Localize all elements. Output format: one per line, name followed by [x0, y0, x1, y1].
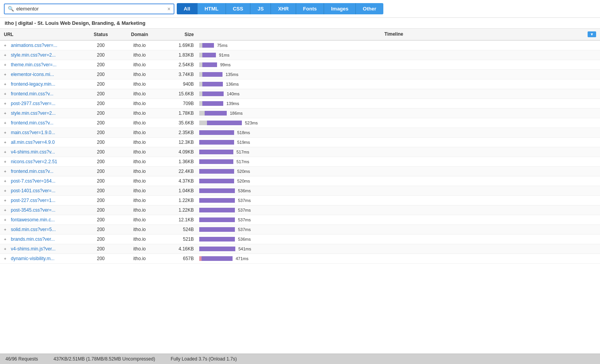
expand-row-btn[interactable]: + — [4, 43, 9, 48]
table-row[interactable]: + fontawesome.min.c... 200itho.io12.1KB … — [0, 215, 600, 225]
url-text[interactable]: post-1401.css?ver=... — [11, 188, 55, 193]
table-row[interactable]: + v4-shims.min.css?v... 200itho.io4.09KB… — [0, 147, 600, 157]
table-row[interactable]: + theme.min.css?ver=... 200itho.io2.54KB… — [0, 60, 600, 70]
tab-other[interactable]: Other — [356, 3, 383, 14]
table-row[interactable]: + post-227.css?ver=1... 200itho.io1.22KB… — [0, 196, 600, 205]
table-row[interactable]: + main.css?ver=1.9.0... 200itho.io2.35KB… — [0, 128, 600, 138]
url-text[interactable]: post-227.css?ver=1... — [11, 198, 55, 203]
expand-row-btn[interactable]: + — [4, 121, 9, 125]
expand-row-btn[interactable]: + — [4, 130, 9, 135]
expand-row-btn[interactable]: + — [4, 82, 9, 86]
clear-search-button[interactable]: × — [167, 6, 171, 12]
url-text[interactable]: post-7.css?ver=164... — [11, 178, 55, 184]
expand-row-btn[interactable]: + — [4, 256, 9, 261]
size-cell: 4.09KB — [163, 147, 198, 157]
expand-row-btn[interactable]: + — [4, 159, 9, 164]
table-row[interactable]: + frontend.min.css?v... 200itho.io35.6KB… — [0, 118, 600, 128]
expand-row-btn[interactable]: + — [4, 208, 9, 212]
url-text[interactable]: frontend.min.css?v... — [11, 120, 53, 126]
table-row[interactable]: + nicons.css?ver=2.2.51 200itho.io1.36KB… — [0, 157, 600, 167]
status-cell: 200 — [85, 70, 116, 79]
domain-cell: itho.io — [116, 167, 163, 176]
table-row[interactable]: + style.min.css?ver=2... 200itho.io1.83K… — [0, 50, 600, 60]
domain-cell: itho.io — [116, 70, 163, 79]
status-cell: 200 — [85, 167, 116, 176]
time-label: 517ms — [236, 150, 249, 154]
tab-html[interactable]: HTML — [198, 3, 226, 14]
url-text[interactable]: all.min.css?ver=4.9.0 — [11, 140, 55, 145]
tab-css[interactable]: CSS — [226, 3, 251, 14]
expand-row-btn[interactable]: + — [4, 179, 9, 183]
url-text[interactable]: animations.css?ver=... — [11, 43, 57, 48]
expand-row-btn[interactable]: + — [4, 188, 9, 193]
table-row[interactable]: + post-7.css?ver=164... 200itho.io4.37KB… — [0, 176, 600, 186]
url-text[interactable]: style.min.css?ver=2... — [11, 52, 56, 58]
tab-js[interactable]: JS — [250, 3, 271, 14]
table-row[interactable]: + all.min.css?ver=4.9.0 200itho.io12.3KB… — [0, 138, 600, 147]
tab-xhr[interactable]: XHR — [271, 3, 296, 14]
url-cell: + frontend.min.css?v... — [0, 89, 85, 99]
url-text[interactable]: v4-shims.min.js?ver... — [11, 246, 55, 252]
timeline-cell: 541ms — [198, 244, 600, 254]
url-text[interactable]: frontend.min.css?v... — [11, 91, 53, 97]
url-text[interactable]: theme.min.css?ver=... — [11, 62, 57, 67]
network-table: URL Status Domain Size Timeline ▼ + anim… — [0, 29, 600, 264]
tab-all[interactable]: All — [177, 3, 198, 14]
expand-row-btn[interactable]: + — [4, 62, 9, 67]
domain-cell: itho.io — [116, 176, 163, 186]
status-cell: 200 — [85, 40, 116, 50]
tab-fonts[interactable]: Fonts — [296, 3, 324, 14]
expand-row-btn[interactable]: + — [4, 169, 9, 174]
expand-row-btn[interactable]: + — [4, 237, 9, 242]
size-cell: 12.3KB — [163, 138, 198, 147]
url-text[interactable]: frontend-legacy.min... — [11, 81, 55, 87]
expand-row-btn[interactable]: + — [4, 227, 9, 232]
table-row[interactable]: + dynamic-visibility.m... 200itho.io657B… — [0, 254, 600, 264]
status-cell: 200 — [85, 235, 116, 244]
table-row[interactable]: + brands.min.css?ver... 200itho.io521B 5… — [0, 235, 600, 244]
url-text[interactable]: post-2977.css?ver=... — [11, 101, 55, 106]
expand-row-btn[interactable]: + — [4, 217, 9, 222]
table-row[interactable]: + frontend.min.css?v... 200itho.io22.4KB… — [0, 167, 600, 176]
url-text[interactable]: elementor-icons.mi... — [11, 72, 54, 77]
size-cell: 709B — [163, 99, 198, 109]
url-text[interactable]: nicons.css?ver=2.2.51 — [11, 159, 57, 164]
table-row[interactable]: + frontend-legacy.min... 200itho.io940B … — [0, 79, 600, 89]
url-text[interactable]: frontend.min.css?v... — [11, 169, 53, 174]
timeline-sort-icon[interactable]: ▼ — [588, 31, 596, 37]
table-row[interactable]: + frontend.min.css?v... 200itho.io15.6KB… — [0, 89, 600, 99]
url-text[interactable]: main.css?ver=1.9.0... — [11, 130, 55, 135]
table-row[interactable]: + solid.min.css?ver=5... 200itho.io524B … — [0, 225, 600, 235]
table-row[interactable]: + post-3545.css?ver=... 200itho.io1.22KB… — [0, 205, 600, 215]
url-text[interactable]: brands.min.css?ver... — [11, 236, 55, 242]
col-timeline[interactable]: Timeline ▼ — [198, 29, 600, 40]
col-domain: Domain — [116, 29, 163, 40]
url-cell: + frontend.min.css?v... — [0, 167, 85, 176]
expand-row-btn[interactable]: + — [4, 247, 9, 251]
table-row[interactable]: + elementor-icons.mi... 200itho.io3.74KB… — [0, 70, 600, 79]
expand-row-btn[interactable]: + — [4, 150, 9, 154]
expand-row-btn[interactable]: + — [4, 111, 9, 116]
search-input[interactable] — [16, 6, 164, 12]
expand-row-btn[interactable]: + — [4, 91, 9, 96]
url-text[interactable]: post-3545.css?ver=... — [11, 207, 55, 213]
expand-row-btn[interactable]: + — [4, 72, 9, 77]
expand-row-btn[interactable]: + — [4, 140, 9, 145]
status-cell: 200 — [85, 254, 116, 264]
expand-row-btn[interactable]: + — [4, 101, 9, 106]
url-text[interactable]: dynamic-visibility.m... — [11, 256, 54, 261]
expand-row-btn[interactable]: + — [4, 198, 9, 203]
table-row[interactable]: + style.min.css?ver=2... 200itho.io1.78K… — [0, 109, 600, 118]
table-row[interactable]: + animations.css?ver=... 200itho.io1.69K… — [0, 40, 600, 50]
expand-row-btn[interactable]: + — [4, 53, 9, 57]
time-label: 186ms — [230, 111, 243, 116]
url-text[interactable]: style.min.css?ver=2... — [11, 110, 56, 116]
table-row[interactable]: + post-1401.css?ver=... 200itho.io1.04KB… — [0, 186, 600, 196]
table-row[interactable]: + v4-shims.min.js?ver... 200itho.io4.16K… — [0, 244, 600, 254]
url-text[interactable]: solid.min.css?ver=5... — [11, 227, 56, 232]
table-row[interactable]: + post-2977.css?ver=... 200itho.io709B 1… — [0, 99, 600, 109]
url-text[interactable]: fontawesome.min.c... — [11, 217, 55, 223]
table-container[interactable]: URL Status Domain Size Timeline ▼ + anim… — [0, 29, 600, 354]
url-text[interactable]: v4-shims.min.css?v... — [11, 149, 55, 155]
tab-images[interactable]: Images — [324, 3, 356, 14]
